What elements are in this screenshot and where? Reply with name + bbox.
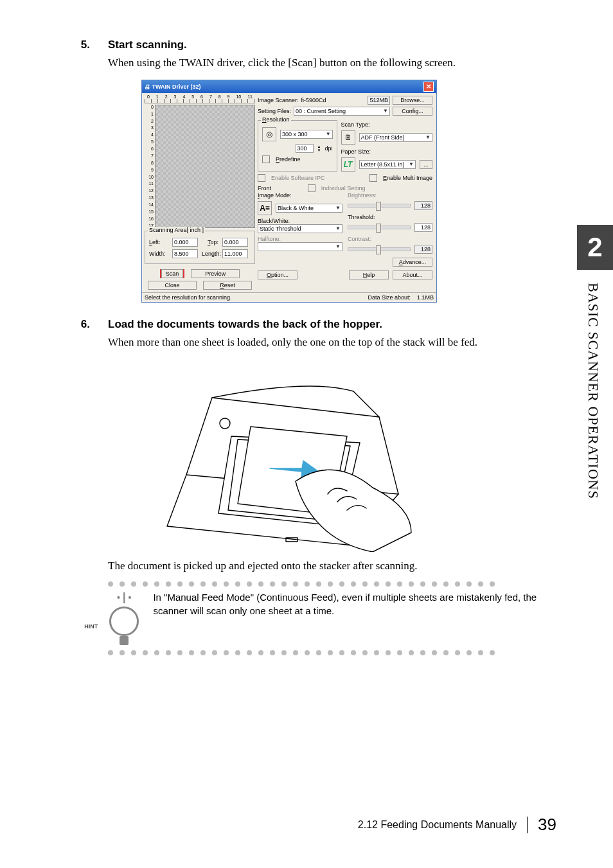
vertical-ruler: 01234567891011121314151617 [145, 105, 155, 228]
image-scanner-value: fi-5900Cd [301, 97, 326, 103]
enable-sw-ipc-label: Enable Software IPC [271, 175, 325, 181]
preview-area[interactable] [155, 105, 255, 228]
chapter-tab: 2 [577, 225, 613, 270]
brightness-label: Brightness: [348, 192, 432, 199]
paper-size-icon: LT [341, 157, 355, 172]
reset-button[interactable]: Reset [203, 281, 252, 290]
brightness-value: 128 [414, 201, 432, 210]
scan-button-highlight: Scan [160, 269, 185, 278]
contrast-label: Contrast: [348, 236, 432, 242]
option-button[interactable]: Option... [258, 270, 298, 279]
hint-icon: • | • HINT [108, 590, 140, 645]
setting-files-label: Setting Files: [258, 108, 291, 114]
dpi-input[interactable]: 300 [296, 144, 314, 153]
enable-multi-label: Enable Multi Image [383, 175, 432, 181]
enable-multi-checkbox[interactable] [369, 174, 377, 182]
hint-separator-bottom [108, 650, 562, 655]
twain-icon: 🖨 [145, 84, 150, 90]
spinner-down-icon[interactable]: ▼ [317, 148, 321, 152]
step-5-title: Start scanning. [108, 39, 187, 51]
footer-page-number: 39 [538, 815, 556, 835]
image-scanner-label: Image Scanner: [258, 97, 299, 103]
chevron-down-icon: ▼ [381, 108, 388, 114]
help-button[interactable]: Help [349, 270, 389, 279]
contrast-slider [348, 247, 411, 251]
bw-select[interactable]: Static Threshold▼ [258, 224, 342, 233]
image-mode-select[interactable]: Black & White▼ [276, 204, 342, 213]
threshold-label: Threshold: [348, 214, 432, 220]
individual-checkbox [308, 184, 315, 192]
close-icon[interactable]: ✕ [423, 82, 434, 92]
bw-label: Black/White: [258, 218, 342, 224]
width-input[interactable]: 8.500 [172, 249, 198, 258]
halftone-select: ▼ [258, 242, 342, 251]
step-6-body: When more than one sheet is loaded, only… [108, 335, 562, 350]
paper-size-label: Paper Size: [341, 148, 371, 155]
chevron-down-icon: ▼ [324, 131, 331, 137]
close-button[interactable]: Close [148, 281, 197, 290]
threshold-slider[interactable] [348, 226, 411, 229]
footer-divider [527, 817, 528, 833]
scan-type-select[interactable]: ADF (Front Side)▼ [359, 133, 432, 142]
advance-button[interactable]: Advance... [393, 258, 432, 267]
resolution-label: Resolution [261, 116, 291, 123]
paper-size-select[interactable]: Letter (8.5x11 in)▼ [359, 160, 416, 169]
step-6-title: Load the documents towards the back of t… [108, 318, 382, 331]
about-button[interactable]: About... [393, 270, 432, 279]
horizontal-ruler: 01234567891011 [145, 94, 255, 99]
width-label: Width: [149, 251, 168, 257]
individual-label: Individual Setting [321, 185, 366, 191]
load-document-illustration [141, 359, 418, 552]
length-label: Length: [202, 251, 218, 257]
left-input[interactable]: 0.000 [172, 238, 198, 247]
step-6-after: The document is picked up and ejected on… [108, 560, 562, 572]
memory-value: 512MB [368, 96, 390, 105]
predefine-checkbox[interactable] [262, 155, 270, 163]
preview-button[interactable]: Preview [191, 269, 240, 278]
chevron-down-icon: ▼ [423, 134, 431, 140]
resolution-select[interactable]: 300 x 300▼ [280, 130, 333, 139]
chevron-down-icon: ▼ [333, 205, 341, 211]
enable-sw-ipc-checkbox [258, 174, 265, 182]
config-button[interactable]: Config... [393, 107, 432, 116]
dpi-label: dpi [325, 145, 333, 152]
left-label: Left: [149, 239, 168, 245]
resolution-icon: ◎ [262, 127, 276, 141]
setting-files-select[interactable]: 00 : Current Setting▼ [294, 107, 390, 116]
hint-text: In "Manual Feed Mode" (Continuous Feed),… [153, 590, 562, 619]
paper-size-aux-button[interactable]: ... [420, 160, 432, 169]
halftone-label: Halftone: [258, 236, 342, 242]
front-label: Front [258, 185, 271, 191]
scan-type-icon: 🗎 [341, 130, 355, 145]
footer-section: 2.12 Feeding Documents Manually [358, 819, 517, 831]
status-text: Select the resolution for scanning. [145, 294, 232, 301]
scan-button[interactable]: Scan [161, 269, 184, 278]
step-5-number: 5. [77, 39, 90, 51]
length-input[interactable]: 11.000 [222, 249, 248, 258]
top-input[interactable]: 0.000 [222, 238, 248, 247]
svg-point-0 [220, 418, 230, 429]
status-size: Data Size about: 1.1MB [368, 294, 434, 301]
side-running-head: BASIC SCANNER OPERATIONS [585, 283, 601, 499]
scanning-area-label: Scanning Area[ inch ] [148, 227, 205, 233]
hint-separator-top [108, 581, 562, 587]
step-6-number: 6. [77, 318, 90, 331]
chevron-down-icon: ▼ [333, 244, 341, 249]
top-label: Top: [202, 239, 218, 245]
chevron-down-icon: ▼ [333, 226, 341, 231]
twain-dialog: 🖨 TWAIN Driver (32) ✕ 01234567891011 012… [141, 80, 562, 303]
image-mode-label: Image Mode: [258, 192, 342, 199]
contrast-value: 128 [414, 245, 432, 254]
twain-title-text: 🖨 TWAIN Driver (32) [145, 84, 201, 90]
browse-button[interactable]: Browse... [393, 96, 432, 105]
scan-type-label: Scan Type: [341, 121, 370, 128]
image-mode-icon: A≡ [258, 201, 272, 215]
step-5-body: When using the TWAIN driver, click the [… [108, 55, 562, 71]
chevron-down-icon: ▼ [407, 161, 414, 167]
threshold-value[interactable]: 128 [414, 223, 432, 232]
brightness-slider [348, 204, 411, 208]
predefine-label: Predefine [276, 156, 301, 163]
